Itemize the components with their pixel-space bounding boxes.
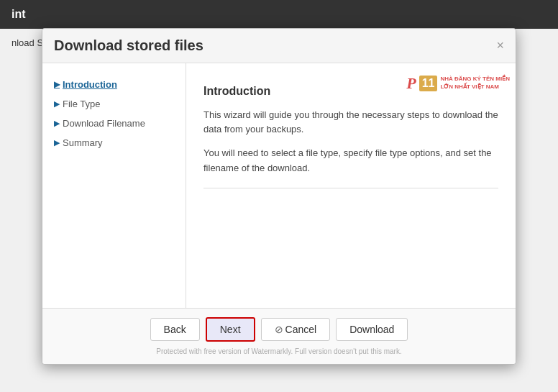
- modal-header: Download stored files ×: [42, 29, 516, 63]
- nav-item-filetype[interactable]: ▶ File Type: [51, 94, 177, 114]
- cancel-icon: ⊘: [275, 324, 283, 335]
- modal-footer: Back Next ⊘Cancel Download Protected wit…: [42, 308, 516, 364]
- content-divider: [203, 188, 498, 188]
- cancel-label: Cancel: [285, 324, 317, 335]
- nav-item-summary[interactable]: ▶ Summary: [51, 133, 177, 152]
- chevron-icon-introduction: ▶: [54, 80, 60, 89]
- back-button[interactable]: Back: [150, 318, 200, 341]
- nav-label-summary: Summary: [63, 137, 103, 148]
- nav-label-filetype: File Type: [63, 99, 101, 109]
- content-paragraph-1: This wizard will guide you through the n…: [203, 108, 498, 138]
- modal-body: ▶ Introduction ▶ File Type ▶ Download Fi…: [42, 63, 516, 308]
- modal-backdrop: int nload Sel Download stored files × ▶ …: [0, 0, 558, 392]
- modal-close-button[interactable]: ×: [496, 39, 504, 52]
- wizard-content: P 11 NHÀ ĐĂNG KÝ TÊN MIỀN LỚN NHẤT VIỆT …: [186, 63, 516, 308]
- nav-label-introduction: Introduction: [63, 79, 117, 90]
- content-paragraph-2: You will need to select a file type, spe…: [203, 146, 498, 176]
- modal-dialog: Download stored files × ▶ Introduction ▶…: [42, 28, 516, 365]
- footer-buttons: Back Next ⊘Cancel Download: [150, 317, 408, 342]
- next-button[interactable]: Next: [206, 317, 255, 342]
- bg-title: int: [12, 8, 26, 21]
- chevron-icon-summary: ▶: [54, 138, 60, 147]
- bg-header: int: [0, 0, 558, 29]
- download-button[interactable]: Download: [336, 318, 408, 341]
- chevron-icon-filetype: ▶: [54, 99, 60, 109]
- logo-num-icon: 11: [419, 76, 438, 91]
- nav-item-download-filename[interactable]: ▶ Download Filename: [51, 114, 177, 133]
- footer-watermark-text: Protected with free version of Watermark…: [156, 347, 401, 355]
- nav-item-introduction[interactable]: ▶ Introduction: [51, 75, 177, 94]
- chevron-icon-download-filename: ▶: [54, 119, 60, 128]
- watermark-area: P 11 NHÀ ĐĂNG KÝ TÊN MIỀN LỚN NHẤT VIỆT …: [314, 63, 516, 104]
- watermark-logo: P 11 NHÀ ĐĂNG KÝ TÊN MIỀN LỚN NHẤT VIỆT …: [406, 74, 510, 93]
- logo-p-icon: P: [406, 74, 416, 93]
- modal-title: Download stored files: [54, 37, 203, 54]
- nav-label-download-filename: Download Filename: [63, 118, 145, 129]
- logo-text: NHÀ ĐĂNG KÝ TÊN MIỀN LỚN NHẤT VIỆT NAM: [440, 76, 510, 91]
- wizard-nav: ▶ Introduction ▶ File Type ▶ Download Fi…: [42, 63, 186, 308]
- cancel-button[interactable]: ⊘Cancel: [261, 318, 331, 341]
